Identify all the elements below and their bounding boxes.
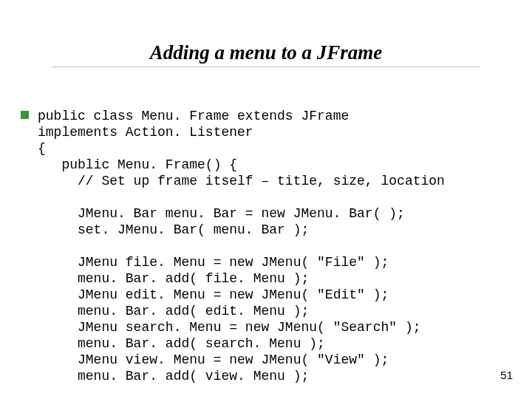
title-underline [52, 66, 480, 67]
bullet-icon [21, 111, 29, 119]
page-number: 51 [500, 369, 513, 381]
code-block: public class Menu. Frame extends JFrame … [38, 108, 445, 384]
slide-title: Adding a menu to a JFrame [0, 41, 532, 64]
